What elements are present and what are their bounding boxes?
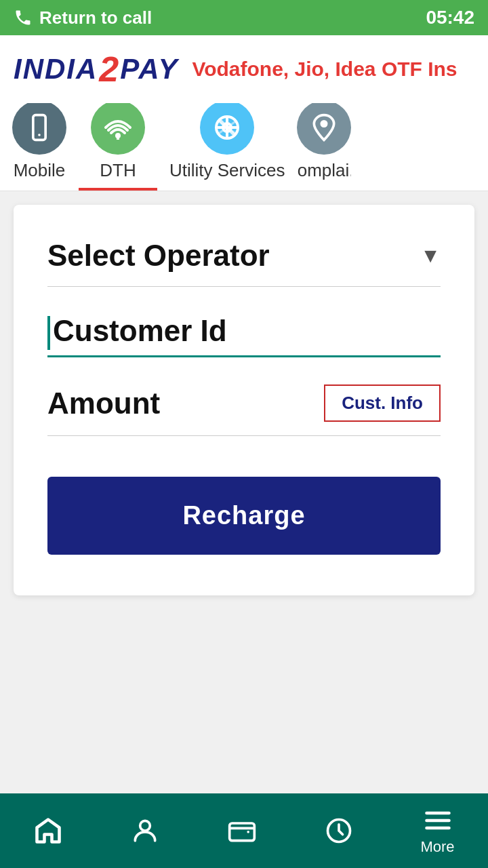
dropdown-arrow-icon: ▼ [420,244,441,267]
main-content: Select Operator ▼ Customer Id Amount Cus… [0,191,488,666]
complaints-icon [309,113,339,142]
tab-complaints-label: Complai... [297,160,351,181]
logo-india: INDIA [14,53,98,85]
tab-dth-label: DTH [100,160,136,181]
tab-mobile[interactable]: Mobile [0,103,79,191]
utility-icon-circle [200,103,254,155]
wallet-icon [227,816,257,846]
mobile-icon-circle [12,103,66,155]
bottom-nav-home[interactable] [33,816,63,846]
select-operator-row[interactable]: Select Operator ▼ [47,239,441,287]
status-bar: Return to call 05:42 [0,0,488,35]
logo-pay: PAY [120,53,178,85]
more-label: More [420,838,454,856]
customer-id-group: Customer Id [47,314,441,357]
logo-2: 2 [99,52,119,87]
svg-point-11 [321,120,328,127]
bottom-nav: More [0,793,488,868]
amount-label: Amount [47,387,160,420]
dth-icon [102,111,134,144]
select-operator-label: Select Operator [47,239,270,273]
profile-icon [130,816,160,846]
mobile-icon [24,113,54,142]
svg-point-1 [38,134,41,136]
bottom-nav-more[interactable]: More [420,806,454,856]
svg-point-12 [140,821,150,831]
more-icon [423,806,453,835]
tab-utility[interactable]: Utility Services [157,103,297,191]
svg-rect-13 [230,823,255,841]
history-icon [324,816,354,846]
recharge-button[interactable]: Recharge [47,477,441,555]
phone-icon [14,8,33,27]
nav-tabs: Mobile DTH [0,103,488,191]
tab-dth[interactable]: DTH [79,103,157,191]
utility-icon [211,111,243,144]
bottom-nav-wallet[interactable] [227,816,257,846]
tab-utility-label: Utility Services [169,160,285,181]
promo-text: Vodafone, Jio, Idea OTF Ins [192,58,457,81]
tab-mobile-label: Mobile [14,160,66,181]
home-icon [33,816,63,846]
return-to-call: Return to call [14,7,152,28]
brand-logo: INDIA 2 PAY [14,52,178,87]
amount-row: Amount Cust. Info [47,384,441,436]
bottom-nav-history[interactable] [324,816,354,846]
tab-complaints[interactable]: Complai... [297,103,351,191]
cust-info-button[interactable]: Cust. Info [324,384,441,422]
header-bar: INDIA 2 PAY Vodafone, Jio, Idea OTF Ins [0,35,488,103]
status-time: 05:42 [426,7,474,28]
form-card: Select Operator ▼ Customer Id Amount Cus… [14,205,474,595]
dth-icon-circle [91,103,145,155]
bottom-nav-profile[interactable] [130,816,160,846]
complaints-icon-circle [297,103,351,155]
